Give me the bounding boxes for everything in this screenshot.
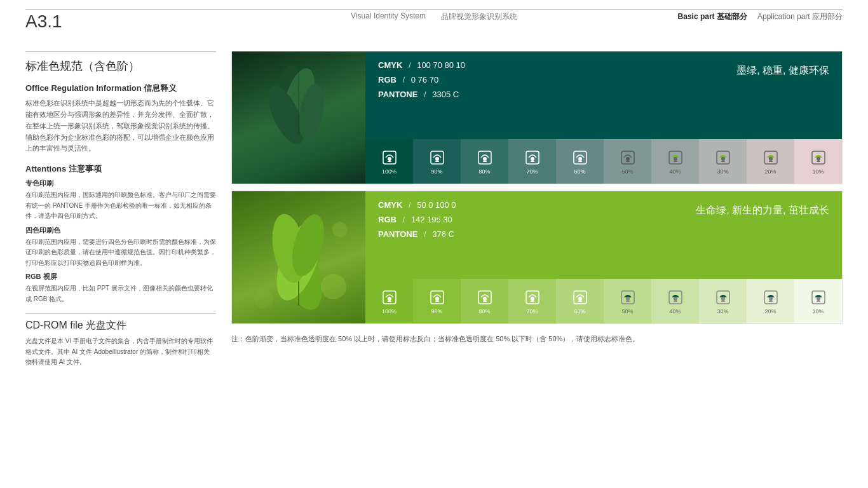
dark-green-image (232, 51, 365, 184)
svg-point-17 (531, 157, 534, 161)
svg-rect-36 (817, 161, 820, 162)
svg-point-8 (388, 157, 391, 161)
light-green-panel: CMYK / 50 0 100 0 RGB / 142 195 30 PANTO… (231, 191, 843, 324)
svg-point-32 (769, 157, 773, 161)
swatch-lg-10: 10% (794, 279, 842, 323)
four-color-heading: 四色印刷色 (25, 226, 216, 235)
nav-brand-cn: 品牌视觉形象识别系统 (441, 11, 517, 22)
swatch-dg-50: 50% (604, 139, 651, 184)
swatch-lg-20: 20% (747, 279, 794, 323)
rgb-row: RGB / 0 76 70 (378, 75, 465, 85)
swatch-dg-90: 90% (413, 139, 461, 184)
dark-green-info: CMYK / 100 70 80 10 RGB / 0 76 70 PANTON… (365, 51, 842, 184)
svg-point-70 (769, 297, 773, 301)
svg-rect-62 (626, 301, 630, 302)
svg-rect-30 (721, 161, 725, 162)
swatch-dg-100: 100% (365, 139, 413, 184)
svg-rect-68 (721, 301, 725, 302)
swatch-dg-70: 70% (508, 139, 556, 184)
attentions-heading: Attentions 注意事项 (25, 163, 216, 175)
office-section: Office Regulation Information 信息释义 标准色彩在… (25, 83, 216, 154)
svg-rect-12 (435, 161, 439, 162)
swatch-lg-50: 50% (604, 279, 651, 323)
bottom-note: 注：色阶渐变，当标准色透明度在 50% 以上时，请使用标志反白；当标准色透明度在… (231, 333, 843, 345)
svg-point-23 (626, 157, 630, 161)
nav-app-part: Application part 应用部分 (757, 11, 843, 22)
svg-point-58 (578, 297, 582, 301)
svg-rect-27 (674, 161, 677, 162)
dark-green-codes: CMYK / 100 70 80 10 RGB / 0 76 70 PANTON… (378, 60, 465, 99)
pantone-row: PANTONE / 3305 C (378, 90, 465, 99)
swatch-lg-40: 40% (651, 279, 699, 323)
swatch-dg-30: 30% (699, 139, 747, 184)
swatch-dg-10: 10% (794, 139, 842, 184)
swatch-dg-40: 40% (651, 139, 699, 184)
rgb-heading: RGB 视屏 (25, 272, 216, 281)
special-print-heading: 专色印刷 (25, 179, 216, 188)
section-title: 标准色规范（含色阶） (25, 51, 216, 74)
office-heading: Office Regulation Information 信息释义 (25, 83, 216, 94)
svg-point-52 (483, 297, 487, 301)
light-green-info: CMYK / 50 0 100 0 RGB / 142 195 30 PANTO… (365, 191, 842, 323)
svg-point-44 (332, 222, 348, 237)
color-panels: CMYK / 100 70 80 10 RGB / 0 76 70 PANTON… (231, 51, 843, 368)
dark-green-panel: CMYK / 100 70 80 10 RGB / 0 76 70 PANTON… (231, 51, 843, 184)
swatch-lg-100: 100% (365, 279, 413, 323)
sidebar: 标准色规范（含色阶） Office Regulation Information… (25, 51, 216, 368)
svg-point-64 (674, 297, 677, 301)
svg-rect-47 (388, 301, 391, 302)
light-green-codes: CMYK / 50 0 100 0 RGB / 142 195 30 PANTO… (378, 200, 456, 239)
rgb-text: 在视屏范围内应用，比如 PPT 展示文件，图像相关的颜色也要转化成 RGB 格式… (25, 283, 216, 304)
cd-section: CD-ROM file 光盘文件 光盘文件是本 VI 手册电子文件的集合，内含手… (25, 313, 216, 368)
light-green-image (232, 191, 365, 323)
light-green-tagline: 生命绿, 新生的力量, 茁壮成长 (696, 200, 829, 217)
svg-rect-18 (531, 161, 534, 162)
cmyk-row: CMYK / 100 70 80 10 (378, 60, 465, 70)
page-code: A3.1 (25, 11, 62, 32)
svg-point-55 (531, 297, 534, 301)
svg-rect-56 (531, 301, 534, 302)
four-color-text: 在印刷范围内应用，需要进行四色分色印刷时所需的颜色标准，为保证印刷的色彩质量，请… (25, 237, 216, 269)
svg-point-29 (721, 157, 725, 161)
svg-point-49 (435, 297, 439, 301)
dark-green-codes-bar: CMYK / 100 70 80 10 RGB / 0 76 70 PANTON… (365, 51, 842, 139)
svg-point-73 (817, 297, 820, 301)
svg-point-20 (578, 157, 582, 161)
svg-point-14 (483, 157, 487, 161)
swatch-lg-60: 60% (556, 279, 604, 323)
svg-rect-15 (483, 161, 487, 162)
svg-rect-65 (674, 301, 677, 302)
svg-rect-24 (626, 161, 630, 162)
svg-point-43 (254, 290, 273, 309)
swatch-lg-70: 70% (508, 279, 556, 323)
cd-title: CD-ROM file 光盘文件 (25, 313, 216, 332)
svg-rect-9 (388, 161, 391, 162)
nav-basic-part: Basic part 基础部分 (678, 11, 747, 22)
nav-visual-identity: Visual Identity System (351, 11, 426, 22)
dark-green-tagline: 墨绿, 稳重, 健康环保 (736, 60, 829, 78)
dark-green-swatches: 100% 90% (365, 139, 842, 184)
cd-text: 光盘文件是本 VI 手册电子文件的集合，内含手册制作时的专用软件格式文件。其中 … (25, 336, 216, 368)
svg-rect-50 (435, 301, 439, 302)
cmyk-row-g: CMYK / 50 0 100 0 (378, 200, 456, 210)
svg-rect-53 (483, 301, 487, 302)
swatch-dg-60: 60% (556, 139, 604, 184)
svg-point-35 (817, 157, 820, 161)
svg-point-46 (388, 297, 391, 301)
svg-rect-21 (578, 161, 582, 162)
attentions-section: Attentions 注意事项 专色印刷 在印刷范围内应用，国际通用的印刷颜色标… (25, 163, 216, 304)
svg-point-11 (435, 157, 439, 161)
swatch-dg-20: 20% (747, 139, 794, 184)
svg-point-67 (721, 297, 725, 301)
svg-rect-33 (769, 161, 773, 162)
svg-point-42 (321, 274, 346, 299)
office-text: 标准色彩在识别系统中是超越一切形态而为先的个性载体。它能有效地区分与强调形象的差… (25, 98, 216, 154)
svg-rect-59 (578, 301, 582, 302)
svg-rect-74 (817, 301, 820, 302)
light-green-codes-bar: CMYK / 50 0 100 0 RGB / 142 195 30 PANTO… (365, 191, 842, 279)
rgb-row-g: RGB / 142 195 30 (378, 215, 456, 224)
pantone-row-g: PANTONE / 376 C (378, 229, 456, 239)
svg-rect-71 (769, 301, 773, 302)
svg-point-26 (674, 157, 677, 161)
swatch-lg-30: 30% (699, 279, 747, 323)
